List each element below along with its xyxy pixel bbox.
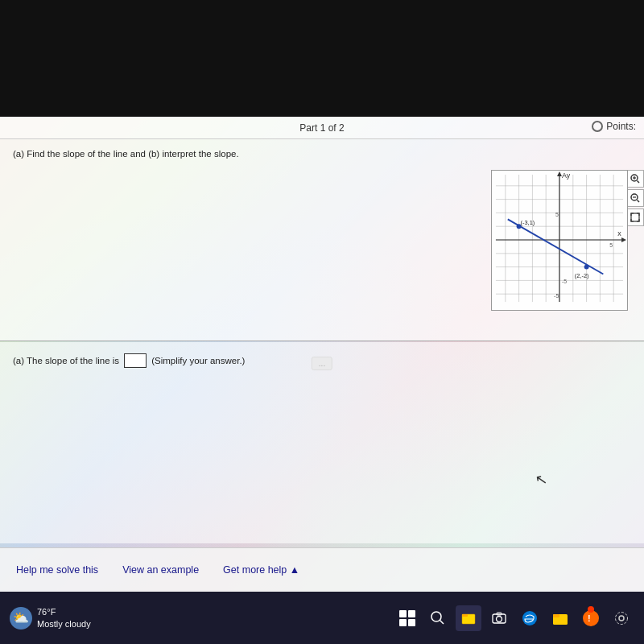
windows-icon [399,610,415,626]
points-circle-icon [592,121,603,132]
svg-text:x: x [617,229,621,237]
svg-line-5 [638,200,640,203]
browser-button[interactable] [517,605,543,631]
svg-point-46 [497,616,502,621]
zoom-in-button[interactable] [626,170,644,188]
svg-text:(-3,1): (-3,1) [521,219,535,226]
notification-app-button[interactable]: ! [578,605,604,631]
camera-button[interactable] [486,605,512,631]
svg-point-54 [616,612,628,624]
svg-text:5: 5 [609,242,613,248]
svg-rect-50 [553,614,559,617]
svg-point-51 [583,610,599,626]
svg-text:!: ! [588,613,591,623]
file-manager-button[interactable] [456,605,481,631]
svg-marker-27 [621,237,626,242]
graph-container: x Ay 5 -5 -5 5 (-3,1) (2,-2) [491,170,628,311]
view-example-link[interactable]: View an example [122,564,199,576]
weather-temp: 76°F [37,606,91,617]
gear-icon [614,611,629,625]
expand-button[interactable] [626,208,644,226]
svg-text:(2,-2): (2,-2) [575,272,589,279]
taskbar-icons: ! [394,605,634,631]
svg-line-1 [638,181,640,184]
weather-widget: ⛅ 76°F Mostly cloudy [10,606,91,630]
weather-condition: Mostly cloudy [37,618,91,630]
svg-text:5: 5 [555,212,559,217]
answer-section: (a) The slope of the line is (Simplify y… [0,342,644,543]
points-area: Points: [592,121,636,132]
svg-rect-44 [462,614,468,617]
svg-line-36 [508,219,604,274]
edge-icon [522,610,538,626]
folder-button[interactable] [547,605,573,631]
answer-text: (a) The slope of the line is (Simplify y… [13,353,631,368]
settings-button[interactable] [609,605,634,631]
search-icon [431,611,445,625]
svg-text:Ay: Ay [562,171,571,180]
svg-text:-5: -5 [554,293,559,299]
graph-controls [626,170,644,226]
svg-text:-5: -5 [562,279,567,284]
points-label: Points: [606,121,636,132]
svg-point-53 [619,616,624,621]
help-me-solve-link[interactable]: Help me solve this [16,564,98,576]
part-label: Part 1 of 2 [299,122,344,134]
svg-point-38 [584,265,589,270]
svg-line-42 [440,620,444,624]
folder-icon [552,610,568,626]
taskbar: ⛅ 76°F Mostly cloudy [0,592,644,644]
file-manager-icon [461,611,476,625]
svg-point-48 [522,611,537,625]
answer-suffix: (Simplify your answer.) [151,356,245,365]
part-header: Part 1 of 2 Points: [0,117,644,139]
action-bar: Help me solve this View an example Get m… [0,547,644,592]
answer-prefix: (a) The slope of the line is [13,356,119,365]
svg-point-41 [431,612,441,621]
question-section: (a) Find the slope of the line and (b) i… [0,139,644,341]
camera-icon [492,611,506,625]
get-more-help-link[interactable]: Get more help ▲ [223,564,299,576]
zoom-out-button[interactable] [626,189,644,207]
weather-icon: ⛅ [10,607,32,630]
notification-dot [588,606,594,613]
coordinate-graph: x Ay 5 -5 -5 5 (-3,1) (2,-2) [492,171,627,310]
svg-rect-7 [631,213,639,221]
windows-start-button[interactable] [394,605,420,631]
weather-text: 76°F Mostly cloudy [37,606,91,630]
section-divider [0,341,644,341]
slope-answer-input[interactable] [124,353,147,368]
question-text: (a) Find the slope of the line and (b) i… [13,149,631,159]
search-taskbar-button[interactable] [425,605,451,631]
